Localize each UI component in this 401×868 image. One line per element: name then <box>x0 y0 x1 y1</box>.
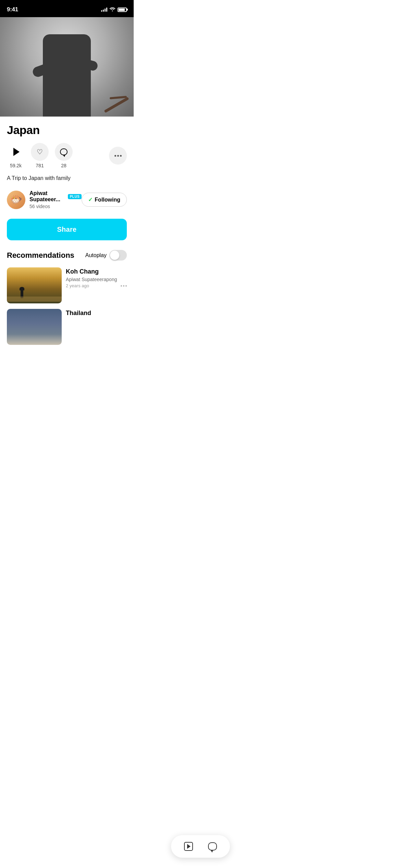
following-button[interactable]: ✓ Following <box>82 193 127 207</box>
share-section: Share <box>0 219 134 250</box>
check-icon: ✓ <box>88 196 93 203</box>
stats-row: 59.2k ♡ 781 28 <box>7 143 127 168</box>
rec-creator-koh-chang: Apiwat Supateeerapong <box>66 277 127 282</box>
more-button[interactable] <box>109 147 127 165</box>
comment-stat: 28 <box>55 143 73 168</box>
water-line <box>7 297 62 302</box>
creator-row: 🐡 Apiwat Supateeer... PLUS 56 videos ✓ F… <box>7 190 127 210</box>
like-button[interactable]: ♡ <box>31 143 49 161</box>
creator-avatar[interactable]: 🐡 <box>7 191 25 209</box>
autoplay-label: Autoplay <box>85 252 107 258</box>
rec-info-thailand: Thailand <box>66 309 127 318</box>
main-content: Japan 59.2k ♡ 781 28 A Trip to Japa <box>0 117 134 210</box>
thailand-thumbnail-bg <box>7 309 62 345</box>
autoplay-toggle[interactable] <box>109 250 127 261</box>
recommendations-section: Recommendations Autoplay Koh Chang Apiwa… <box>0 250 134 345</box>
following-label: Following <box>95 197 120 203</box>
like-stat: ♡ 781 <box>31 143 49 168</box>
comment-icon <box>60 148 68 155</box>
comment-count: 28 <box>61 163 66 168</box>
rec-meta-koh-chang: 2 years ago <box>66 283 127 288</box>
status-bar: 9:41 <box>0 0 134 17</box>
rec-item-thailand[interactable]: Thailand <box>7 309 127 345</box>
statue-head <box>56 38 78 63</box>
koh-chang-thumbnail-bg <box>7 267 62 303</box>
plus-badge: PLUS <box>68 194 82 199</box>
playlist-title: Japan <box>7 123 127 137</box>
more-icon <box>114 155 122 157</box>
rec-title-thailand: Thailand <box>66 310 127 317</box>
video-count: 56 videos <box>29 204 82 209</box>
rec-title-koh-chang: Koh Chang <box>66 268 127 275</box>
status-icons <box>101 7 127 12</box>
rec-time-koh-chang: 2 years ago <box>66 283 89 288</box>
signal-icon <box>101 8 107 12</box>
avatar-emoji: 🐡 <box>10 194 22 205</box>
wifi-icon <box>109 7 116 12</box>
like-count: 781 <box>36 163 44 168</box>
recommendations-title: Recommendations <box>7 251 74 260</box>
play-count: 59.2k <box>10 163 22 168</box>
rec-thumbnail-koh-chang <box>7 267 62 303</box>
creator-name-row: Apiwat Supateeer... PLUS <box>29 190 82 203</box>
recommendations-header: Recommendations Autoplay <box>7 250 127 261</box>
rec-more-button[interactable] <box>121 285 127 287</box>
status-time: 9:41 <box>7 6 18 13</box>
creator-name: Apiwat Supateeer... <box>29 190 65 203</box>
rec-thumbnail-thailand <box>7 309 62 345</box>
creator-info: Apiwat Supateeer... PLUS 56 videos <box>29 190 82 209</box>
play-stat: 59.2k <box>7 143 25 168</box>
comment-button[interactable] <box>55 143 73 161</box>
battery-icon <box>118 8 127 12</box>
play-button[interactable] <box>7 143 25 161</box>
autoplay-row: Autoplay <box>85 250 127 261</box>
statue-crown <box>62 34 72 46</box>
heart-icon: ♡ <box>37 148 43 156</box>
rec-info-koh-chang: Koh Chang Apiwat Supateeerapong 2 years … <box>66 267 127 288</box>
playlist-description: A Trip to Japan with family <box>7 174 127 182</box>
share-button[interactable]: Share <box>7 219 127 240</box>
statue-body <box>43 34 91 117</box>
hero-image <box>0 17 134 117</box>
toggle-thumb <box>110 251 119 260</box>
play-icon <box>13 148 20 156</box>
rec-item-koh-chang[interactable]: Koh Chang Apiwat Supateeerapong 2 years … <box>7 267 127 303</box>
